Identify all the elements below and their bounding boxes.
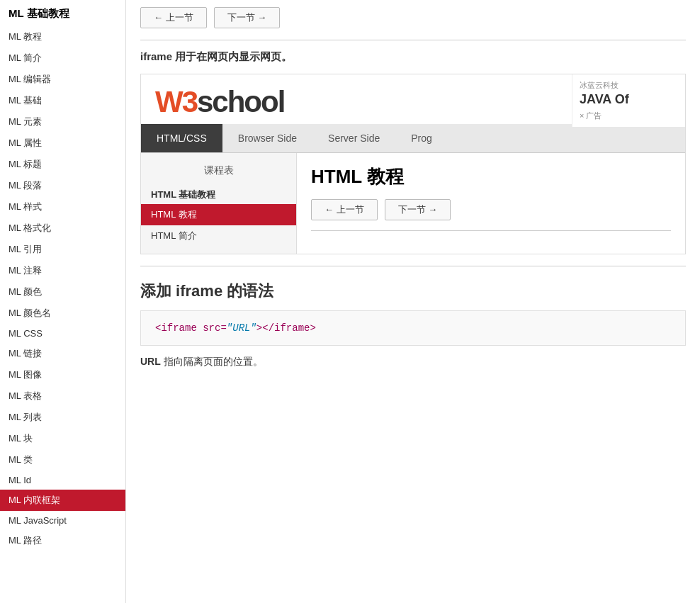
sidebar-item[interactable]: ML 基础: [0, 90, 125, 111]
code-attr-val: "URL": [227, 322, 256, 334]
sidebar-item[interactable]: ML 表格: [0, 385, 125, 407]
w3-text: W3: [155, 85, 197, 118]
sidebar-item[interactable]: ML 图像: [0, 364, 125, 385]
w3-divider: [311, 230, 671, 231]
sidebar-item[interactable]: ML 类: [0, 449, 125, 470]
sidebar-item[interactable]: ML 教程: [0, 26, 125, 47]
top-navigation: ← 上一节 下一节 →: [140, 7, 686, 28]
note-rest: 指向隔离页面的位置。: [164, 356, 263, 367]
w3-tabs-container: HTML/CSSBrowser SideServer SideProg: [141, 124, 685, 152]
sidebar-item[interactable]: ML 列表: [0, 407, 125, 428]
ad-company: 冰蓝云科技: [580, 80, 678, 91]
sidebar-item[interactable]: ML 内联框架: [0, 490, 125, 511]
ad-title: JAVA Of: [580, 92, 678, 108]
school-text: school: [197, 85, 284, 118]
sidebar-item[interactable]: ML 格式化: [0, 218, 125, 239]
sidebar-item[interactable]: ML 链接: [0, 343, 125, 364]
prev-button[interactable]: ← 上一节: [140, 7, 207, 28]
note-strong: URL: [140, 356, 161, 367]
sidebar-item[interactable]: ML 颜色: [0, 281, 125, 303]
w3-nav-tabs: HTML/CSSBrowser SideServer SideProg: [141, 124, 685, 152]
sidebar-item[interactable]: ML 标题: [0, 154, 125, 175]
intro-text: iframe 用于在网页内显示网页。: [140, 50, 686, 64]
sidebar-item[interactable]: ML 属性: [0, 133, 125, 154]
sidebar: ML 基础教程 ML 教程ML 简介ML 编辑器ML 基础ML 元素ML 属性M…: [0, 0, 126, 603]
ad-close-button[interactable]: × 广告: [580, 111, 602, 121]
sidebar-item[interactable]: ML JavaScript: [0, 511, 125, 530]
divider-2: [140, 266, 686, 266]
w3-inner-area: 课程表 HTML 基础教程 HTML 教程HTML 简介 HTML 教程 ← 上…: [141, 152, 685, 254]
w3-inner-nav: ← 上一节 下一节 →: [311, 199, 671, 220]
w3-sidebar-group: HTML 基础教程: [141, 183, 296, 204]
note-text: URL 指向隔离页面的位置。: [140, 356, 686, 368]
w3-sidebar-item[interactable]: HTML 简介: [141, 225, 296, 247]
section-title: 添加 iframe 的语法: [140, 281, 686, 302]
sidebar-item[interactable]: ML 颜色名: [0, 303, 125, 324]
sidebar-item[interactable]: ML 元素: [0, 111, 125, 133]
w3-logo-bar: W3school 冰蓝云科技 JAVA Of × 广告: [141, 74, 685, 124]
ad-box: 冰蓝云科技 JAVA Of × 广告: [572, 74, 685, 127]
sidebar-item[interactable]: ML 块: [0, 428, 125, 449]
sidebar-item[interactable]: ML 简介: [0, 47, 125, 69]
w3school-logo: W3school: [155, 87, 284, 117]
sidebar-title: ML 基础教程: [0, 0, 125, 26]
iframe-demo: W3school 冰蓝云科技 JAVA Of × 广告 HTML/CSSBrow…: [140, 74, 686, 254]
sidebar-item[interactable]: ML 段落: [0, 175, 125, 196]
w3-next-button[interactable]: 下一节 →: [385, 199, 451, 220]
code-tag-close: ></iframe>: [256, 322, 316, 334]
sidebar-item[interactable]: ML CSS: [0, 324, 125, 343]
sidebar-item[interactable]: ML 注释: [0, 260, 125, 281]
w3-tab[interactable]: Browser Side: [222, 124, 312, 152]
sidebar-items: ML 教程ML 简介ML 编辑器ML 基础ML 元素ML 属性ML 标题ML 段…: [0, 26, 125, 551]
sidebar-item[interactable]: ML 引用: [0, 239, 125, 260]
w3-prev-button[interactable]: ← 上一节: [311, 199, 378, 220]
code-box: <iframe src="URL"></iframe>: [140, 310, 686, 346]
w3-content-title: HTML 教程: [311, 164, 671, 189]
w3-sidebar-item[interactable]: HTML 教程: [141, 204, 296, 225]
w3-sidebar-title: 课程表: [141, 160, 296, 183]
w3-sidebar-items: HTML 教程HTML 简介: [141, 204, 296, 247]
divider-1: [140, 40, 686, 40]
sidebar-item[interactable]: ML 样式: [0, 196, 125, 218]
sidebar-item[interactable]: ML Id: [0, 470, 125, 490]
sidebar-item[interactable]: ML 编辑器: [0, 69, 125, 90]
sidebar-item[interactable]: ML 路径: [0, 530, 125, 551]
main-content: ← 上一节 下一节 → iframe 用于在网页内显示网页。 W3school …: [126, 0, 700, 603]
w3-tab[interactable]: Server Side: [312, 124, 395, 152]
w3-tab[interactable]: HTML/CSS: [141, 124, 222, 152]
code-tag-open: <iframe src=: [155, 322, 227, 334]
w3-tab[interactable]: Prog: [395, 124, 448, 152]
w3-inner-content: HTML 教程 ← 上一节 下一节 →: [297, 153, 685, 254]
w3-inner-sidebar: 课程表 HTML 基础教程 HTML 教程HTML 简介: [141, 153, 297, 254]
next-button[interactable]: 下一节 →: [214, 7, 281, 28]
